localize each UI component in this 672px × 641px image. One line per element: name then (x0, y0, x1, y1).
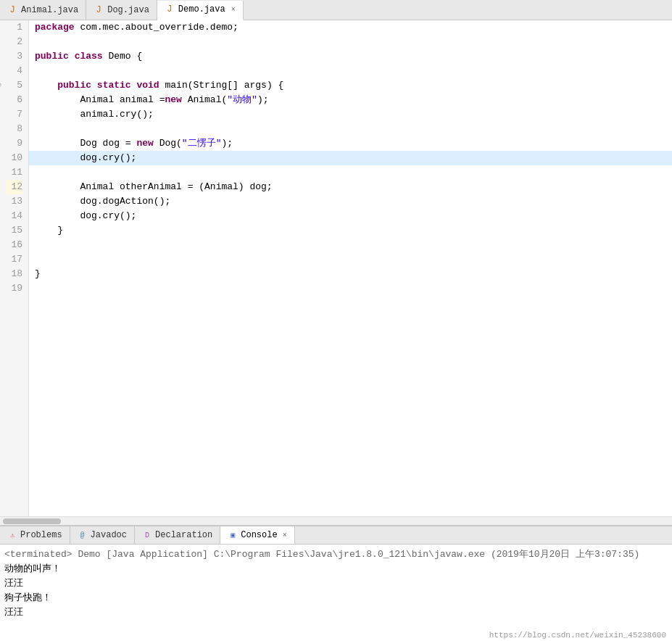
bottom-tab-javadoc[interactable]: @Javadoc (70, 526, 135, 544)
token: package (35, 20, 75, 35)
token: dog.cry(); (35, 151, 136, 165)
console-output-line: 汪汪 (4, 605, 668, 620)
token: } (35, 223, 63, 238)
token: ); (221, 136, 233, 151)
code-lines: package com.mec.about_override.demo; pub… (29, 20, 672, 296)
bottom-tab-label: Declaration (155, 530, 212, 540)
bottom-tab-label: Javadoc (91, 530, 127, 540)
bottom-tab-close-button[interactable]: × (283, 532, 287, 539)
line-number-10: 10 (6, 151, 22, 165)
line-number-15: 15 (6, 223, 22, 238)
token: Dog( (154, 136, 182, 151)
console-output-line: 狗子快跑！ (4, 591, 668, 605)
token: ); (257, 93, 269, 107)
line-number-5: 5 (6, 78, 22, 93)
token: com.mec.about_override.demo; (75, 20, 238, 35)
token (35, 78, 57, 93)
console-output-line: 动物的叫声！ (4, 562, 668, 576)
token: new (165, 93, 181, 107)
tab-label: Animal.java (21, 5, 78, 15)
bottom-tab-label: Console (241, 530, 277, 540)
code-line-10: dog.cry(); (29, 151, 672, 165)
code-line-4 (29, 64, 672, 78)
console-terminated-line: <terminated> Demo [Java Application] C:\… (4, 547, 668, 562)
tab-close-button[interactable]: × (231, 6, 236, 14)
token: Demo { (103, 49, 143, 64)
code-line-19 (29, 281, 672, 296)
code-line-13: dog.dogAction(); (29, 194, 672, 209)
line-number-3: 3 (6, 49, 22, 64)
line-number-12: 12 (6, 180, 22, 194)
token: new (136, 136, 153, 151)
code-line-18: } (29, 267, 672, 281)
bottom-tab-label: Problems (20, 530, 62, 540)
code-line-2 (29, 35, 672, 49)
code-line-9: Dog dog = new Dog("二愣子"); (29, 136, 672, 151)
line-number-19: 19 (6, 281, 22, 296)
token: Animal( (182, 93, 227, 107)
code-line-8 (29, 122, 672, 136)
problems-icon: ⚠ (7, 530, 17, 540)
line-number-14: 14 (6, 209, 22, 223)
bottom-tab-declaration[interactable]: DDeclaration (135, 526, 220, 544)
declaration-icon: D (142, 530, 152, 540)
code-content[interactable]: package com.mec.about_override.demo; pub… (29, 20, 672, 516)
code-line-3: public class Demo { (29, 49, 672, 64)
token: Dog dog = (35, 136, 136, 151)
java-icon: J (165, 4, 175, 15)
console-output-line: 汪汪 (4, 576, 668, 591)
editor-area: 12345678910111213141516171819 package co… (0, 20, 672, 525)
token: void (136, 78, 159, 93)
javadoc-icon: @ (78, 530, 88, 540)
code-line-14: dog.cry(); (29, 209, 672, 223)
tab-label: Demo.java (178, 4, 225, 15)
token (69, 49, 75, 64)
console-icon: ▣ (228, 530, 238, 540)
line-numbers: 12345678910111213141516171819 (0, 20, 29, 516)
tab-demo[interactable]: JDemo.java× (157, 1, 244, 20)
token: dog.dogAction(); (35, 194, 170, 209)
token: static (97, 78, 131, 93)
line-number-1: 1 (6, 20, 22, 35)
java-icon: J (94, 5, 104, 15)
token (131, 78, 137, 93)
bottom-tab-console[interactable]: ▣Console× (220, 526, 294, 544)
code-line-16 (29, 238, 672, 252)
token: main(String[] args) { (159, 78, 284, 93)
scrollbar-thumb[interactable] (3, 518, 61, 524)
token: "动物" (227, 93, 257, 107)
code-line-7: animal.cry(); (29, 107, 672, 122)
token: Animal animal = (35, 93, 165, 107)
bottom-tab-bar: ⚠Problems@JavadocDDeclaration▣Console× (0, 526, 672, 545)
line-number-16: 16 (6, 238, 22, 252)
bottom-tab-problems[interactable]: ⚠Problems (0, 526, 70, 544)
line-number-7: 7 (6, 107, 22, 122)
token: public (57, 78, 91, 93)
token: class (75, 49, 103, 64)
code-container: 12345678910111213141516171819 package co… (0, 20, 672, 516)
tab-animal[interactable]: JAnimal.java (0, 0, 86, 20)
editor-tab-bar: JAnimal.javaJDog.javaJDemo.java× (0, 0, 672, 20)
code-line-1: package com.mec.about_override.demo; (29, 20, 672, 35)
tab-dog[interactable]: JDog.java (86, 0, 157, 20)
token: } (35, 267, 41, 281)
java-icon: J (7, 5, 17, 15)
watermark: https://blog.csdn.net/weixin_45238600 (0, 629, 672, 641)
code-line-11 (29, 165, 672, 180)
token: animal.cry(); (35, 107, 154, 122)
line-number-4: 4 (6, 64, 22, 78)
line-number-18: 18 (6, 267, 22, 281)
horizontal-scrollbar[interactable] (0, 516, 672, 525)
line-number-2: 2 (6, 35, 22, 49)
token (91, 78, 97, 93)
line-number-13: 13 (6, 194, 22, 209)
code-line-5: public static void main(String[] args) { (29, 78, 672, 93)
line-number-17: 17 (6, 252, 22, 267)
tab-label: Dog.java (107, 5, 149, 15)
line-number-9: 9 (6, 136, 22, 151)
token: Animal otherAnimal = (Animal) dog; (35, 180, 273, 194)
line-number-8: 8 (6, 122, 22, 136)
token: public (35, 49, 69, 64)
line-number-11: 11 (6, 165, 22, 180)
console-output[interactable]: <terminated> Demo [Java Application] C:\… (0, 545, 672, 629)
